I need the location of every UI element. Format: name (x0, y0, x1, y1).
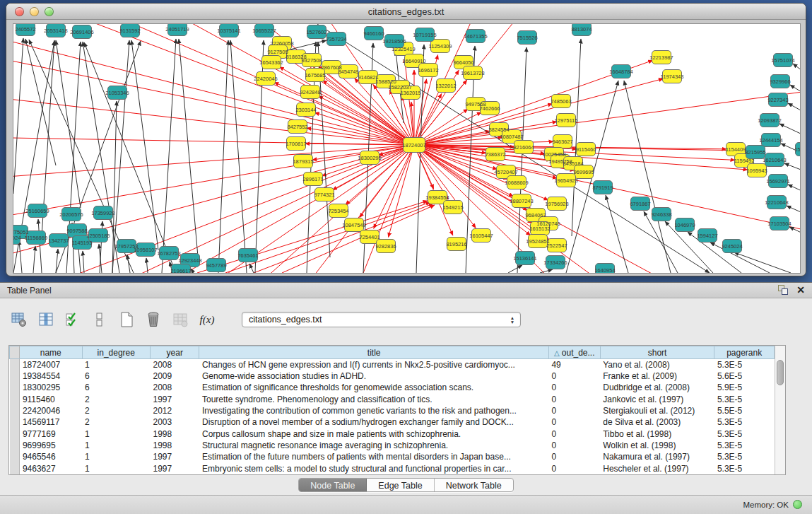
tab-edge-table[interactable]: Edge Table (367, 479, 434, 491)
table-cell[interactable]: 1 (82, 428, 150, 440)
table-cell[interactable]: Corpus callosum shape and size in male p… (199, 428, 548, 440)
table-cell[interactable]: Structural magnetic resonance image aver… (199, 440, 548, 451)
delete-icon[interactable] (144, 310, 163, 329)
table-cell[interactable]: Tourette syndrome. Phenomenology and cla… (199, 394, 548, 405)
table-cell[interactable]: 0 (548, 428, 600, 440)
table-cell[interactable]: 1997 (150, 451, 199, 462)
table-cell[interactable]: Dudbridge et al. (2008) (600, 382, 714, 393)
table-cell[interactable]: 5.3E-5 (714, 394, 775, 405)
table-cell[interactable]: 2 (82, 405, 150, 416)
table-cell[interactable]: 1 (82, 440, 150, 451)
table-cell[interactable]: 0 (548, 440, 600, 451)
table-cell[interactable]: Changes of HCN gene expression and I(f) … (199, 359, 548, 370)
table-cell[interactable]: 0 (548, 416, 600, 428)
table-cell[interactable]: 1 (82, 463, 150, 474)
table-row[interactable]: 1872400712008Changes of HCN gene express… (10, 359, 775, 370)
close-panel-icon[interactable]: ✕ (796, 285, 805, 295)
table-cell[interactable]: 9115460 (19, 394, 82, 405)
table-cell[interactable]: Investigating the contribution of common… (199, 405, 548, 416)
table-cell[interactable]: 18300295 (19, 382, 82, 393)
table-cell[interactable]: Franke et al. (2009) (600, 370, 714, 382)
table-cell[interactable]: 1997 (150, 394, 199, 405)
table-cell[interactable]: 9699695 (19, 440, 82, 451)
table-cell[interactable]: Nakamura et al. (1997) (600, 451, 714, 462)
table-cell[interactable]: 1998 (150, 428, 199, 440)
table-cell[interactable]: 0 (548, 370, 600, 382)
table-cell[interactable]: Estimation of the future numbers of pati… (199, 451, 548, 462)
table-cell[interactable]: 2 (82, 416, 150, 428)
function-builder-icon[interactable]: f(x) (198, 310, 216, 329)
table-cell[interactable]: 9463627 (19, 463, 82, 474)
node-table-grid[interactable]: namein_degreeyeartitle△out_de...shortpag… (9, 346, 775, 474)
table-cell[interactable]: 18724007 (19, 359, 82, 370)
tab-network-table[interactable]: Network Table (435, 479, 513, 491)
scrollbar-thumb[interactable] (777, 360, 784, 385)
table-cell[interactable]: Disruption of a novel member of a sodium… (199, 416, 548, 428)
table-row[interactable]: 911546021997Tourette syndrome. Phenomeno… (10, 394, 775, 405)
select-columns-icon[interactable] (64, 310, 82, 329)
table-cell[interactable]: 5.3E-5 (714, 463, 775, 474)
table-cell[interactable]: 2009 (150, 370, 199, 382)
table-cell[interactable]: 0 (548, 405, 600, 416)
table-cell[interactable]: Estimation of significance thresholds fo… (199, 382, 548, 393)
table-row[interactable]: 977716911998Corpus callosum shape and si… (10, 428, 775, 440)
table-cell[interactable]: 2008 (150, 359, 199, 370)
table-row[interactable]: 1456911722003Disruption of a novel membe… (10, 416, 775, 428)
table-cell[interactable]: 9465546 (19, 451, 82, 462)
table-cell[interactable]: 1998 (150, 440, 199, 451)
table-cell[interactable]: 14569117 (19, 416, 82, 428)
column-header-title[interactable]: title (199, 346, 548, 359)
table-cell[interactable]: Yano et al. (2008) (600, 359, 714, 370)
table-cell[interactable]: 1 (82, 451, 150, 462)
table-cell[interactable]: 6 (82, 382, 150, 393)
table-cell[interactable]: 49 (548, 359, 600, 370)
table-cell[interactable]: 2012 (150, 405, 199, 416)
column-header-pagerank[interactable]: pagerank (714, 346, 775, 359)
table-cell[interactable]: de Silva et al. (2003) (600, 416, 714, 428)
table-cell[interactable]: Wolkin et al. (1998) (600, 440, 714, 451)
new-table-icon[interactable] (117, 310, 136, 329)
rows-icon[interactable] (90, 310, 109, 329)
table-scrollbar[interactable] (775, 346, 785, 474)
table-cell[interactable]: 5.6E-5 (714, 370, 775, 382)
column-header-out_de[interactable]: △out_de... (548, 346, 600, 359)
column-header-name[interactable]: name (19, 346, 82, 359)
table-cell[interactable]: 6 (82, 370, 150, 382)
table-cell[interactable]: 2008 (150, 382, 199, 393)
table-cell[interactable]: 2003 (150, 416, 199, 428)
table-cell[interactable]: Tibbo et al. (1998) (600, 428, 714, 440)
column-header-year[interactable]: year (150, 346, 199, 359)
table-cell[interactable]: 5.3E-5 (714, 359, 775, 370)
table-cell[interactable]: Jankovic et al. (1997) (600, 394, 714, 405)
memory-indicator[interactable]: Memory: OK (743, 500, 802, 509)
column-header-short[interactable]: short (600, 346, 714, 359)
network-canvas[interactable]: 1872400722260058912750581863281654336293… (13, 23, 801, 274)
float-panel-icon[interactable] (778, 285, 788, 295)
table-cell[interactable]: 0 (548, 394, 600, 405)
table-cell[interactable]: Embryonic stem cells: a model to study s… (199, 463, 548, 474)
table-row[interactable]: 1938455462009Genome-wide association stu… (10, 370, 775, 382)
table-cell[interactable]: 1997 (150, 463, 199, 474)
table-cell[interactable]: 0 (548, 463, 600, 474)
table-row[interactable]: 946554611997Estimation of the future num… (10, 451, 775, 462)
table-row[interactable]: 1830029562008Estimation of significance … (10, 382, 775, 393)
table-cell[interactable]: 0 (548, 382, 600, 393)
table-cell[interactable]: 5.3E-5 (714, 451, 775, 462)
table-cell[interactable]: 5.5E-5 (714, 405, 775, 416)
table-cell[interactable]: 0 (548, 451, 600, 462)
table-cell[interactable]: 5.3E-5 (714, 416, 775, 428)
tab-node-table[interactable]: Node Table (299, 479, 367, 491)
table-cell[interactable]: Stergiakouli et al. (2012) (600, 405, 714, 416)
table-row[interactable]: 2242004622012Investigating the contribut… (10, 405, 775, 416)
table-cell[interactable]: 5.9E-5 (714, 382, 775, 393)
column-header-in_degree[interactable]: in_degree (82, 346, 150, 359)
window-titlebar[interactable]: citations_edges.txt (6, 4, 806, 20)
table-cell[interactable]: 19384554 (19, 370, 82, 382)
column-visibility-icon[interactable] (37, 310, 55, 329)
table-cell[interactable]: Genome-wide association studies in ADHD. (199, 370, 548, 382)
table-cell[interactable]: 9777169 (19, 428, 82, 440)
table-row[interactable]: 969969511998Structural magnetic resonanc… (10, 440, 775, 451)
table-cell[interactable]: 22420046 (19, 405, 82, 416)
table-cell[interactable]: 2 (82, 394, 150, 405)
table-options-icon[interactable] (10, 310, 28, 329)
